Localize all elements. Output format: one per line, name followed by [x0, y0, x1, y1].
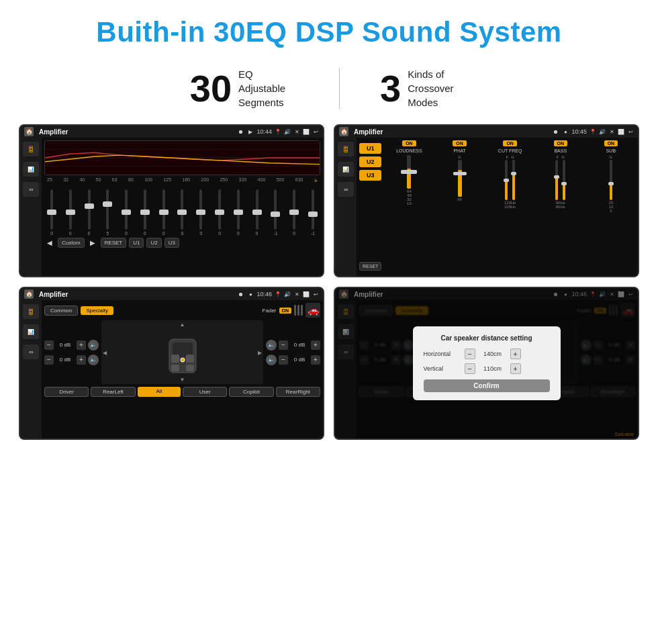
u1-crossover[interactable]: U1	[359, 143, 381, 154]
slider-13[interactable]: -1	[269, 189, 281, 236]
all-btn[interactable]: All	[138, 387, 181, 397]
rearleft-btn[interactable]: RearLeft	[91, 387, 135, 397]
status-bar-1: 🏠 Amplifier ⏺ ▶ 10:44 📍 🔊 ✕ ⬜ ↩	[20, 126, 323, 138]
copilot-btn[interactable]: Copilot	[229, 387, 273, 397]
screen2-title: Amplifier	[354, 128, 383, 136]
vol-fl: − 0 dB + 🔈	[44, 340, 99, 351]
slider-9[interactable]: 0	[195, 189, 207, 236]
horizontal-label: Horizontal	[424, 351, 461, 357]
reset-btn[interactable]: RESET	[101, 238, 127, 248]
slider-6[interactable]: 0	[139, 189, 151, 236]
nav-left-arrow[interactable]: ◀	[103, 349, 107, 355]
slider-10[interactable]: 0	[214, 189, 226, 236]
fr-plus[interactable]: +	[311, 340, 320, 350]
eq-ctrl-3-1[interactable]: 🎛	[23, 304, 39, 319]
fr-minus[interactable]: −	[279, 340, 288, 350]
u2-crossover[interactable]: U2	[359, 156, 381, 167]
rr-plus[interactable]: +	[311, 355, 320, 365]
vertical-row: Vertical − 110cm +	[424, 363, 550, 374]
cutfreq-label: CUT FREQ	[498, 148, 522, 153]
phat-on[interactable]: ON	[453, 140, 467, 146]
cutfreq-fg: FG	[506, 155, 514, 159]
vertical-label: Vertical	[424, 365, 461, 372]
car-mode-icon[interactable]: 🚗	[306, 303, 320, 318]
cutfreq-on[interactable]: ON	[503, 140, 517, 146]
slider-1[interactable]: 0	[46, 189, 58, 236]
loudness-on[interactable]: ON	[402, 140, 416, 146]
sub-g: G	[610, 155, 613, 159]
time-1: 10:44	[256, 128, 272, 135]
eq-ctrl-2-1[interactable]: 🎛	[338, 142, 354, 156]
svg-rect-18	[554, 175, 559, 179]
driver-btn[interactable]: Driver	[44, 387, 89, 397]
left-controls-2: 🎛 📊 ⇔	[335, 138, 357, 276]
vertical-plus[interactable]: +	[510, 363, 521, 374]
stat-crossover-desc: Kinds ofCrossover Modes	[408, 67, 468, 109]
u2-btn[interactable]: U2	[146, 238, 161, 248]
slider-12[interactable]: 0	[251, 189, 263, 236]
svg-rect-15	[511, 172, 516, 175]
stats-row: 30 EQ AdjustableSegments 3 Kinds ofCross…	[0, 60, 658, 124]
rect-icon-3: ⬜	[303, 291, 310, 297]
slider-5[interactable]: 0	[120, 189, 132, 236]
vertical-minus[interactable]: −	[465, 363, 475, 374]
bass-hz: 90Hz80Hz	[556, 201, 565, 209]
home-icon[interactable]: 🏠	[24, 127, 34, 136]
vol-icon: 🔊	[284, 128, 291, 135]
eq-ctrl-3-2[interactable]: 📊	[23, 324, 39, 339]
slider-15[interactable]: -1	[307, 189, 319, 236]
rearright-btn[interactable]: RearRight	[276, 387, 320, 397]
rl-plus[interactable]: +	[77, 355, 86, 365]
u3-crossover[interactable]: U3	[359, 170, 381, 181]
slider-14[interactable]: 0	[288, 189, 300, 236]
nav-right-arrow[interactable]: ▶	[258, 349, 262, 355]
back-icon-2: ↩	[627, 128, 634, 135]
u3-btn[interactable]: U3	[164, 238, 179, 248]
fl-minus[interactable]: −	[44, 340, 54, 350]
horizontal-plus[interactable]: +	[510, 349, 521, 359]
rr-minus[interactable]: −	[279, 355, 288, 365]
svg-rect-14	[512, 173, 515, 200]
u1-btn[interactable]: U1	[129, 238, 144, 248]
eq-ctrl-2-3[interactable]: ⇔	[338, 182, 354, 197]
slider-8[interactable]: 0	[176, 189, 188, 236]
eq-ctrl-3-3[interactable]: ⇔	[23, 344, 39, 359]
prev-btn[interactable]: ◀	[44, 238, 55, 248]
sub-label: SUB	[606, 148, 616, 153]
eq-ctrl-2[interactable]: 📊	[23, 162, 39, 177]
next-btn[interactable]: ▶	[87, 238, 98, 248]
home-icon-2[interactable]: 🏠	[339, 127, 348, 136]
slider-11[interactable]: 0	[232, 189, 244, 236]
nav-up-arrow[interactable]: ▲	[180, 322, 185, 328]
eq-ctrl-2-2[interactable]: 📊	[338, 162, 354, 177]
bass-on[interactable]: ON	[554, 140, 568, 146]
fader-on[interactable]: ON	[279, 308, 292, 314]
sub-on[interactable]: ON	[604, 140, 618, 146]
slider-2[interactable]: 0	[64, 189, 77, 236]
nav-down-arrow[interactable]: ▼	[180, 377, 185, 383]
specialty-tab[interactable]: Specialty	[81, 306, 113, 315]
status-bar-2: 🏠 Amplifier ⏺ ● 10:45 📍 🔊 ✕ ⬜ ↩	[335, 126, 638, 138]
home-icon-3[interactable]: 🏠	[24, 289, 34, 299]
dot-icon-3: ●	[247, 291, 254, 297]
back-icon-3: ↩	[312, 291, 319, 297]
rl-minus[interactable]: −	[44, 355, 54, 365]
custom-btn[interactable]: Custom	[58, 238, 85, 248]
eq-ctrl-1[interactable]: 🎛	[23, 142, 39, 156]
x-icon: ✕	[293, 128, 300, 135]
rl-speaker: 🔈	[88, 355, 99, 365]
user-btn[interactable]: User	[183, 387, 227, 397]
bass-sliders	[554, 160, 567, 200]
slider-4[interactable]: 5	[101, 189, 113, 236]
slider-3[interactable]: 0	[83, 189, 95, 236]
reset-crossover[interactable]: RESET	[359, 262, 381, 271]
confirm-button[interactable]: Confirm	[424, 379, 550, 392]
slider-7[interactable]: 0	[158, 189, 170, 236]
svg-rect-30	[186, 365, 194, 371]
svg-rect-20	[563, 183, 565, 200]
fader-label: Fader	[263, 308, 277, 314]
common-tab[interactable]: Common	[44, 306, 78, 316]
eq-ctrl-3[interactable]: ⇔	[23, 182, 39, 197]
horizontal-minus[interactable]: −	[465, 349, 475, 359]
fl-plus[interactable]: +	[77, 340, 86, 350]
